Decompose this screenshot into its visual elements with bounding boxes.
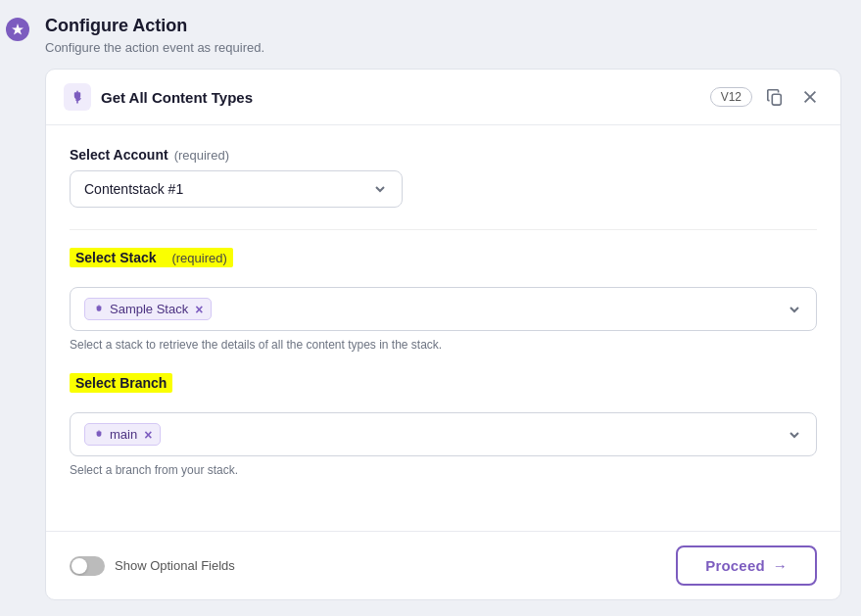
select-account-label: Select Account (required) — [70, 147, 817, 163]
close-button[interactable] — [797, 84, 823, 110]
select-stack-section: Select Stack (required) Sample Stack × — [70, 248, 817, 352]
card-footer: Show Optional Fields Proceed → — [46, 531, 840, 599]
select-branch-label: Select Branch — [70, 373, 172, 393]
sidebar — [0, 0, 35, 616]
account-value: Contentstack #1 — [84, 181, 183, 197]
stack-value: Sample Stack × — [84, 298, 212, 320]
card-title: Get All Content Types — [101, 89, 700, 106]
branch-dropdown[interactable]: main × — [70, 412, 817, 456]
main-content: Configure Action Configure the action ev… — [35, 0, 861, 616]
branch-chevron-icon — [787, 427, 802, 443]
optional-fields-toggle[interactable] — [70, 556, 105, 576]
stack-tag: Sample Stack × — [84, 298, 212, 320]
select-account-section: Select Account (required) Contentstack #… — [70, 147, 817, 208]
copy-button[interactable] — [762, 84, 788, 110]
branch-tag-icon — [93, 429, 105, 441]
account-dropdown[interactable]: Contentstack #1 — [70, 170, 403, 208]
proceed-button[interactable]: Proceed → — [676, 545, 817, 586]
select-branch-section: Select Branch main × — [70, 373, 817, 477]
optional-fields-toggle-row: Show Optional Fields — [70, 556, 235, 576]
select-stack-label: Select Stack (required) — [70, 248, 233, 267]
account-chevron-icon — [372, 181, 388, 197]
card-header-icon — [64, 83, 91, 111]
branch-tag-close[interactable]: × — [144, 428, 152, 442]
stack-tag-close[interactable]: × — [195, 303, 203, 316]
card-body: Select Account (required) Contentstack #… — [46, 125, 840, 531]
account-required-text: (required) — [174, 148, 229, 163]
stack-dropdown[interactable]: Sample Stack × — [70, 287, 817, 331]
header-actions — [762, 84, 823, 110]
toggle-label: Show Optional Fields — [115, 558, 235, 573]
stack-chevron-icon — [787, 302, 802, 317]
card-header: Get All Content Types V12 — [46, 70, 840, 125]
stack-tag-icon — [93, 304, 105, 315]
configure-card: Get All Content Types V12 — [45, 69, 841, 600]
version-badge: V12 — [710, 87, 752, 107]
branch-value: main × — [84, 423, 161, 446]
page-subtitle: Configure the action event as required. — [45, 40, 841, 55]
stack-hint: Select a stack to retrieve the details o… — [70, 338, 817, 352]
svg-rect-0 — [772, 94, 781, 105]
branch-tag: main × — [84, 423, 161, 446]
step-icon — [6, 18, 29, 41]
branch-hint: Select a branch from your stack. — [70, 463, 817, 477]
page-title: Configure Action — [45, 16, 841, 36]
stack-required-text: (required) — [171, 251, 226, 265]
